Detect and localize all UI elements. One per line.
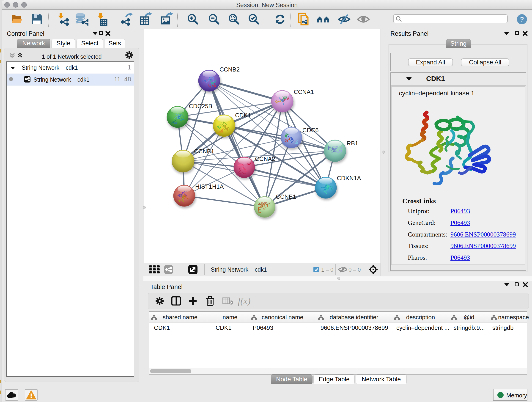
svg-text:CCNA1: CCNA1 — [294, 89, 314, 95]
svg-text:CCNB1: CCNB1 — [194, 148, 214, 155]
svg-text:CCNB2: CCNB2 — [220, 66, 240, 73]
svg-text:?: ? — [520, 15, 524, 23]
svg-text:RB1: RB1 — [347, 140, 358, 147]
svg-text:CCNA2: CCNA2 — [255, 155, 275, 162]
svg-text:CDK1: CDK1 — [235, 112, 251, 119]
svg-text:CCNE1: CCNE1 — [276, 193, 296, 200]
svg-text:CDKN1A: CDKN1A — [337, 175, 361, 182]
svg-text:CDC25B: CDC25B — [189, 103, 212, 109]
svg-text:CDC6: CDC6 — [302, 127, 319, 134]
svg-text:HIST1H1A: HIST1H1A — [195, 183, 224, 190]
